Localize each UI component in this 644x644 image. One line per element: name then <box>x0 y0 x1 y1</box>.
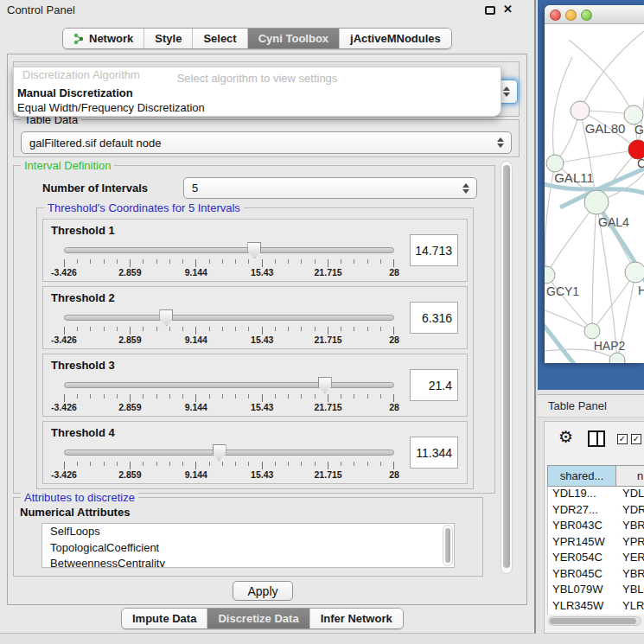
threshold-panel-4: Threshold 4 -3.4262.859 9.14415.43 21.71… <box>42 421 468 484</box>
table-panel-title: Table Panel <box>548 399 607 412</box>
application-window: Control Panel ✕ Network Style Select Cyn… <box>0 0 644 644</box>
slider-thumb[interactable] <box>159 309 173 326</box>
number-of-intervals-combobox[interactable]: 5 <box>183 177 477 199</box>
tab-infer-network[interactable]: Infer Network <box>310 609 403 628</box>
threshold-slider[interactable]: -3.4262.859 9.14415.43 21.71528 <box>64 373 394 415</box>
threshold-value-field[interactable]: 21.4 <box>410 369 458 401</box>
node-h-partial[interactable] <box>625 262 644 283</box>
table-row[interactable]: YLR345WYLR3 <box>548 599 644 615</box>
table-row[interactable]: YPR145WYPR1 <box>548 535 644 552</box>
table-data-group: Table Data galFiltered.sif default node <box>13 119 520 157</box>
tab-jactivemnodules[interactable]: jActiveMNodules <box>340 29 451 48</box>
numerical-attributes-list: SelfLoops TopologicalCoefficient Between… <box>41 523 455 568</box>
node-hap2[interactable] <box>584 323 600 339</box>
top-tab-bar: Network Style Select Cyni Toolbox jActiv… <box>62 28 452 49</box>
threshold-slider[interactable]: -3.4262.859 9.14415.43 21.71528 <box>64 239 394 280</box>
node-gal80[interactable] <box>571 101 590 120</box>
table-horizontal-scrollbar[interactable] <box>548 616 641 626</box>
table-panel-titlebar[interactable]: Table Panel <box>538 394 644 418</box>
slider-track[interactable] <box>64 450 394 456</box>
option-manual-discretization[interactable]: Manual Discretization <box>17 86 133 99</box>
network-window-titlebar[interactable] <box>545 5 644 24</box>
split-columns-icon[interactable] <box>588 430 605 447</box>
slider-major-ticks <box>64 394 394 402</box>
gear-icon[interactable]: ⚙ <box>558 427 573 447</box>
zoom-traffic-light[interactable] <box>581 10 592 21</box>
scrollbar-thumb[interactable] <box>445 528 450 563</box>
list-vertical-scrollbar[interactable] <box>443 525 453 566</box>
threshold-value-field[interactable]: 11.344 <box>410 437 458 469</box>
node-gal11[interactable] <box>546 155 564 172</box>
tab-select[interactable]: Select <box>193 29 247 48</box>
slider-thumb[interactable] <box>213 444 226 461</box>
algorithm-dropdown-popup: Discretization Algorithm Select algorith… <box>13 67 501 117</box>
tab-discretize-data[interactable]: Discretize Data <box>207 609 309 628</box>
checkbox-icon[interactable]: ✓ <box>617 434 628 444</box>
threshold-panel-1: Threshold 1 -3.4262.859 9.14415.43 21.71… <box>42 219 468 282</box>
table-row[interactable]: YBR043CYBR0 <box>548 519 644 535</box>
network-canvas[interactable]: GAL80 G. C GAL11 GAL4 GCY1 H HAP2 <box>545 24 644 363</box>
slider-tick-labels: -3.4262.859 9.14415.43 21.71528 <box>64 469 394 480</box>
table-panel: ⚙ ✓ ✓ shared... n YDL19...YDL1 YDR27...Y… <box>544 421 644 634</box>
minimize-traffic-light[interactable] <box>565 10 577 21</box>
slider-major-ticks <box>64 259 394 267</box>
slider-thumb[interactable] <box>247 242 261 258</box>
float-window-icon[interactable] <box>485 6 495 15</box>
threshold-label: Threshold 3 <box>51 359 115 372</box>
number-of-intervals-value: 5 <box>192 182 198 194</box>
interval-definition-group: Interval Definition Number of Intervals … <box>13 165 495 494</box>
combo-stepper-icon[interactable] <box>462 183 469 194</box>
apply-button[interactable]: Apply <box>233 581 293 601</box>
option-equal-width-frequency[interactable]: Equal Width/Frequency Discretization <box>17 101 205 114</box>
tab-network[interactable]: Network <box>63 29 144 48</box>
table-row[interactable]: YDR27...YDR2 <box>548 503 644 520</box>
close-traffic-light[interactable] <box>550 10 561 21</box>
table-row[interactable]: YDL19...YDL1 <box>548 487 644 503</box>
table-row[interactable]: YBR045CYBR0 <box>548 567 644 583</box>
threshold-slider[interactable]: -3.4262.859 9.14415.43 21.71528 <box>64 441 394 482</box>
control-panel-titlebar[interactable]: Control Panel ✕ <box>0 0 534 21</box>
label-gal80: GAL80 <box>585 121 626 136</box>
label-g-partial: G. <box>634 123 644 137</box>
combo-stepper-icon[interactable] <box>503 86 510 97</box>
table-body: YDL19...YDL1 YDR27...YDR2 YBR043CYBR0 YP… <box>547 487 644 615</box>
combo-stepper-icon[interactable] <box>497 137 504 148</box>
table-data-combobox[interactable]: galFiltered.sif default node <box>21 131 512 154</box>
label-hap2: HAP2 <box>594 339 626 353</box>
network-icon <box>73 33 84 45</box>
threshold-label: Threshold 2 <box>51 291 115 304</box>
threshold-value-field[interactable]: 6.316 <box>410 302 458 334</box>
thresholds-group-title: Threshold's Coordinates for 5 Intervals <box>44 201 244 214</box>
column-header-shared-name[interactable]: shared... <box>547 466 616 486</box>
table-row[interactable]: YER054CYER0 <box>548 551 644 567</box>
node-gcy1[interactable] <box>545 266 555 284</box>
node-gal4[interactable] <box>584 190 609 214</box>
list-item[interactable]: SelfLoops <box>42 524 454 540</box>
slider-thumb[interactable] <box>318 377 332 393</box>
table-row[interactable]: YBL079WYBL0 <box>548 583 644 599</box>
table-data-selected: galFiltered.sif default node <box>29 137 161 150</box>
close-icon[interactable]: ✕ <box>503 3 513 16</box>
slider-track[interactable] <box>64 315 394 321</box>
threshold-panel-3: Threshold 3 -3.4262.859 9.14415.43 21.71… <box>42 354 468 417</box>
scrollbar-thumb[interactable] <box>503 165 510 568</box>
tab-impute-data[interactable]: Impute Data <box>122 609 207 628</box>
threshold-slider[interactable]: -3.4262.859 9.14415.43 21.71528 <box>64 306 394 348</box>
tab-network-label: Network <box>89 32 133 45</box>
node-partial-top-right[interactable] <box>624 105 643 124</box>
list-item[interactable]: BetweennessCentrality <box>42 556 454 568</box>
slider-track[interactable] <box>64 247 394 253</box>
slider-track[interactable] <box>64 382 394 388</box>
thresholds-group: Threshold's Coordinates for 5 Intervals … <box>36 207 474 489</box>
threshold-value-field[interactable]: 14.713 <box>410 234 458 266</box>
panel-vertical-scrollbar[interactable] <box>501 161 513 574</box>
number-of-intervals-label: Number of Intervals <box>42 182 148 194</box>
numerical-attributes-label: Numerical Attributes <box>20 506 130 519</box>
column-header-name[interactable]: n <box>616 466 644 486</box>
checkbox-icon[interactable]: ✓ <box>631 434 641 444</box>
node-partial-bottom[interactable] <box>609 353 625 363</box>
tab-style[interactable]: Style <box>144 29 193 48</box>
tab-cyni-toolbox[interactable]: Cyni Toolbox <box>248 29 340 48</box>
scrollbar-thumb[interactable] <box>550 618 636 624</box>
list-item[interactable]: TopologicalCoefficient <box>42 540 454 557</box>
